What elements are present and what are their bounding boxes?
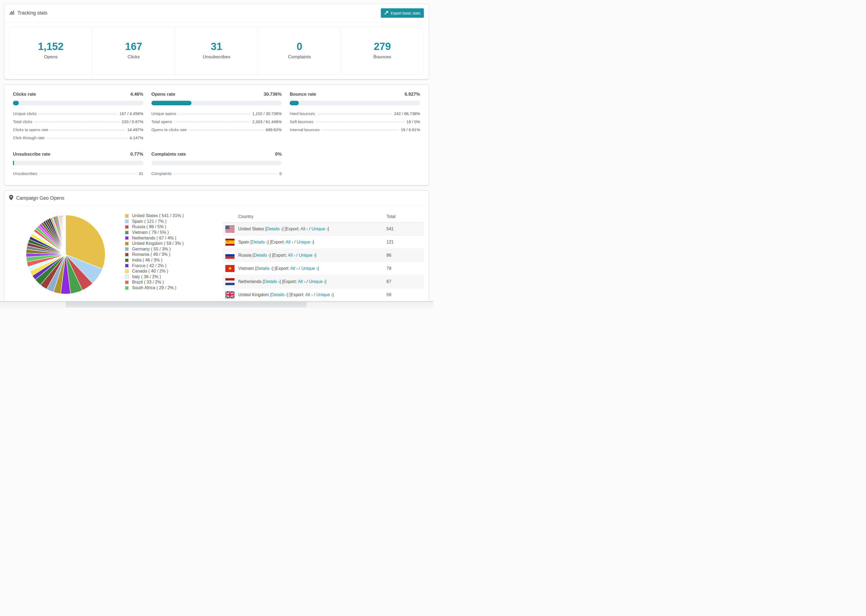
rate-row-label: Unique opens: [151, 111, 176, 116]
legend-item: United States ( 541 / 31% ): [125, 213, 184, 219]
progress-bar: [151, 161, 282, 165]
legend-item: Germany ( 55 / 3% ): [125, 247, 184, 252]
rate-row-label: Unique clicks: [13, 111, 36, 116]
dotted-leader: [189, 130, 264, 130]
export-basic-stats-button[interactable]: Export basic stats: [381, 8, 424, 18]
horizontal-scrollbar[interactable]: [0, 301, 433, 308]
page-title: Tracking stats: [17, 10, 47, 16]
rate-row-value: 1,152 / 30.736%: [252, 111, 282, 116]
geo-title: Campaign Geo Opens: [16, 195, 64, 201]
export-unique-link[interactable]: Unique ›: [301, 266, 317, 271]
summary-stat-cell: 31 Unsubscribes: [175, 27, 258, 74]
legend-item: Russia ( 86 / 5% ): [125, 224, 184, 230]
export-all-link[interactable]: All ›: [290, 266, 298, 271]
country-cell: Vietnam [Details ›] [Export: All › / Uni…: [238, 266, 386, 271]
total-cell: 86: [386, 253, 420, 258]
flag-es-icon: [225, 239, 235, 246]
rate-value: 0.77%: [130, 152, 143, 157]
export-label: ] [Export:: [287, 292, 305, 297]
link-separator: /: [293, 240, 297, 244]
details-link[interactable]: Details ›: [256, 266, 272, 271]
details-link[interactable]: Details ›: [271, 292, 287, 297]
rate-title: Opens rate: [151, 92, 175, 97]
rate-row: Total clicks 220 / 5.87%: [13, 118, 143, 126]
summary-stat-cell: 279 Bounces: [341, 27, 424, 74]
country-cell: United States [Details ›] [Export: All ›…: [238, 226, 386, 231]
legend-label: Vietnam ( 79 / 5% ): [132, 230, 169, 235]
rates-panel: Clicks rate 4.46% Unique clicks 167 / 4.…: [4, 84, 429, 185]
legend-color-swatch: [125, 253, 129, 257]
export-unique-link[interactable]: Unique ›: [316, 292, 332, 297]
summary-stat-value: 0: [258, 41, 341, 52]
legend-color-swatch: [125, 242, 129, 246]
export-all-link[interactable]: All ›: [298, 279, 305, 284]
link-separator: /: [298, 266, 301, 271]
dotted-leader: [174, 122, 250, 122]
rate-row-value: 18 / 0%: [406, 119, 420, 124]
export-icon: [384, 11, 389, 16]
legend-item: Brazil ( 33 / 2% ): [125, 280, 184, 285]
rate-row-value: 0: [279, 171, 282, 176]
legend-item: Canada ( 40 / 2% ): [125, 269, 184, 274]
details-link[interactable]: Details ›: [254, 253, 270, 258]
summary-stat-label: Unsubscribes: [175, 54, 258, 60]
export-all-link[interactable]: All ›: [301, 226, 308, 231]
details-link[interactable]: Details ›: [264, 279, 280, 284]
export-all-link[interactable]: All ›: [288, 253, 295, 258]
scrollbar-thumb[interactable]: [66, 302, 307, 308]
clicks-rate-block: Clicks rate 4.46% Unique clicks 167 / 4.…: [13, 92, 143, 142]
geo-table-row: Russia [Details ›] [Export: All › / Uniq…: [223, 249, 424, 262]
rate-row-value: 4.147%: [130, 135, 143, 140]
export-all-link[interactable]: All ›: [305, 292, 313, 297]
rate-row-label: Unsubscribes: [13, 171, 38, 176]
geo-table-row: Spain [Details ›] [Export: All › / Uniqu…: [223, 236, 424, 249]
closing-bracket: ]: [328, 226, 329, 231]
progress-bar: [151, 101, 282, 105]
closing-bracket: ]: [332, 292, 334, 297]
legend-label: Brazil ( 33 / 2% ): [132, 280, 164, 284]
country-cell: Russia [Details ›] [Export: All › / Uniq…: [238, 253, 386, 258]
export-all-link[interactable]: All ›: [286, 240, 293, 244]
map-pin-icon: [9, 195, 13, 201]
summary-stat-label: Clicks: [92, 54, 175, 60]
total-cell: 59: [386, 292, 420, 297]
rate-rows: Unsubscribes 31: [13, 170, 143, 178]
rate-row-label: Click through rate: [13, 135, 45, 140]
legend-label: Canada ( 40 / 2% ): [132, 269, 168, 273]
link-separator: /: [295, 253, 299, 258]
bar-chart-icon: [9, 10, 14, 16]
country-cell: United Kingdom [Details ›] [Export: All …: [238, 292, 386, 297]
summary-stat-label: Complaints: [258, 54, 341, 60]
rate-rows: Unique opens 1,152 / 30.736% Total opens…: [151, 110, 282, 134]
export-unique-link[interactable]: Unique ›: [297, 240, 313, 244]
rate-row-value: 167 / 4.456%: [120, 111, 143, 116]
geo-table-row: United States [Details ›] [Export: All ›…: [223, 223, 424, 236]
rate-row: Soft bounces 18 / 0%: [290, 118, 420, 126]
country-cell: Spain [Details ›] [Export: All › / Uniqu…: [238, 240, 386, 245]
rate-row: Unique clicks 167 / 4.456%: [13, 110, 143, 118]
export-label: ] [Export:: [282, 226, 301, 231]
details-link[interactable]: Details ›: [266, 226, 282, 231]
rate-title: Unsubscribe rate: [13, 152, 50, 157]
export-unique-link[interactable]: Unique ›: [309, 279, 325, 284]
geo-table-rows: United States [Details ›] [Export: All ›…: [223, 223, 424, 305]
legend-label: Romania ( 49 / 3% ): [132, 252, 170, 257]
rate-row: Internal bounces 19 / 6.81%: [290, 126, 420, 134]
dotted-leader: [50, 130, 125, 130]
geo-table: Country Total United States [Details ›] …: [223, 211, 424, 305]
details-link[interactable]: Details ›: [252, 240, 268, 244]
dotted-leader: [39, 174, 137, 174]
legend-color-swatch: [125, 280, 129, 284]
rate-row-value: 14.497%: [127, 127, 143, 132]
closing-bracket: ]: [318, 266, 319, 271]
legend-color-swatch: [125, 247, 129, 251]
progress-fill: [151, 101, 192, 105]
export-unique-link[interactable]: Unique ›: [312, 226, 328, 231]
legend-item: France ( 42 / 2% ): [125, 263, 184, 269]
geo-table-header: Country Total: [223, 211, 424, 223]
rate-row: Complaints 0: [151, 170, 282, 178]
rate-row: Unique opens 1,152 / 30.736%: [151, 110, 282, 118]
export-unique-link[interactable]: Unique ›: [299, 253, 315, 258]
dotted-leader: [315, 122, 404, 122]
complaints-rate-block: Complaints rate 0% Complaints 0: [151, 152, 282, 178]
